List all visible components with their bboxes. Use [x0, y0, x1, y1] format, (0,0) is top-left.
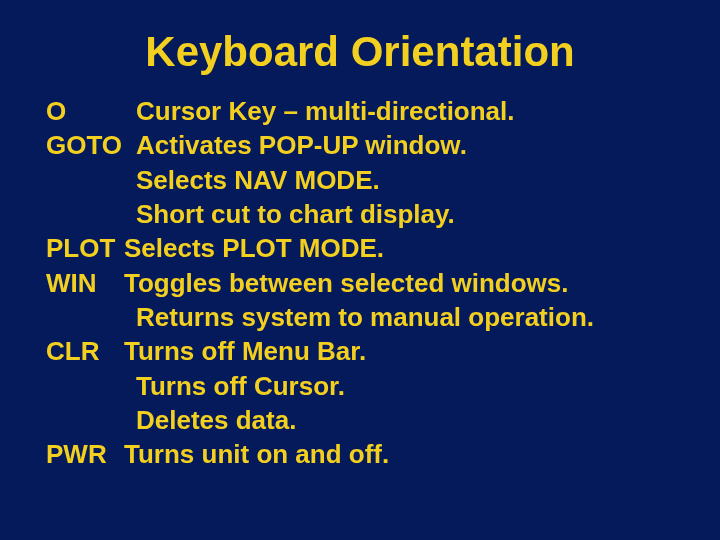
key-desc-goto: Activates POP-UP window.	[136, 128, 467, 162]
key-desc-goto-2: Selects NAV MODE.	[46, 163, 674, 197]
key-desc-plot: Selects PLOT MODE.	[124, 231, 384, 265]
key-desc-pwr: Turns unit on and off.	[124, 437, 389, 471]
key-row-win: WIN Toggles between selected windows.	[46, 266, 674, 300]
key-desc-win-2: Returns system to manual operation.	[46, 300, 674, 334]
key-label-goto: GOTO	[46, 128, 136, 162]
key-row-pwr: PWR Turns unit on and off.	[46, 437, 674, 471]
key-label-clr: CLR	[46, 334, 124, 368]
key-desc-clr: Turns off Menu Bar.	[124, 334, 366, 368]
key-desc-win: Toggles between selected windows.	[124, 266, 569, 300]
key-row-goto: GOTO Activates POP-UP window.	[46, 128, 674, 162]
key-label-pwr: PWR	[46, 437, 124, 471]
key-desc-clr-3: Deletes data.	[46, 403, 674, 437]
key-desc-o: Cursor Key – multi-directional.	[136, 94, 515, 128]
key-desc-goto-3: Short cut to chart display.	[46, 197, 674, 231]
key-row-plot: PLOT Selects PLOT MODE.	[46, 231, 674, 265]
slide: Keyboard Orientation O Cursor Key – mult…	[0, 0, 720, 540]
key-label-win: WIN	[46, 266, 124, 300]
key-row-clr: CLR Turns off Menu Bar.	[46, 334, 674, 368]
slide-title: Keyboard Orientation	[46, 28, 674, 76]
key-desc-clr-2: Turns off Cursor.	[46, 369, 674, 403]
key-label-plot: PLOT	[46, 231, 124, 265]
key-label-o: O	[46, 94, 136, 128]
key-row-o: O Cursor Key – multi-directional.	[46, 94, 674, 128]
slide-content: O Cursor Key – multi-directional. GOTO A…	[46, 94, 674, 471]
